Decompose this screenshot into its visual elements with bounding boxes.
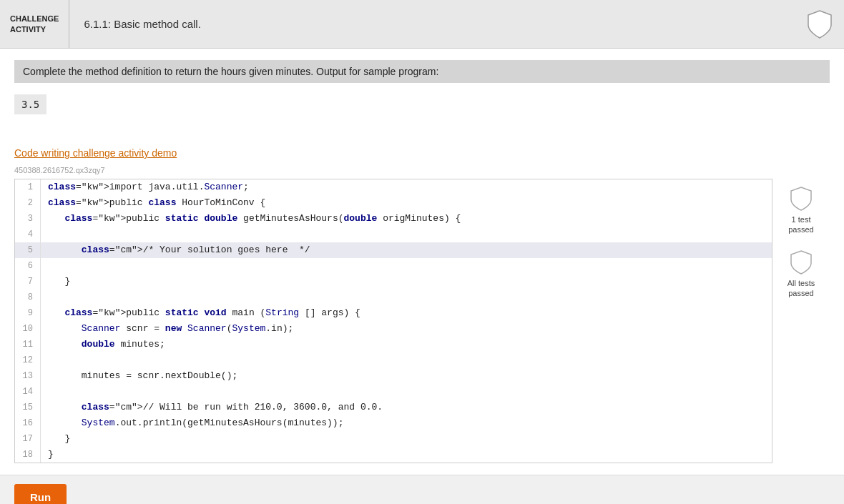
line-number: 4 <box>15 227 41 242</box>
line-number: 18 <box>15 447 41 463</box>
code-area-wrapper: 1class="kw">import java.util.Scanner;2cl… <box>14 179 830 463</box>
line-code[interactable]: Scanner scnr = new Scanner(System.in); <box>41 321 293 337</box>
test-shield-2-icon <box>790 249 813 275</box>
test-shield-1-icon <box>790 186 813 212</box>
line-code[interactable]: } <box>41 274 70 290</box>
line-number: 14 <box>15 384 41 400</box>
line-number: 9 <box>15 305 41 321</box>
instruction-bar: Complete the method definition to return… <box>14 60 830 83</box>
line-code[interactable] <box>41 258 48 274</box>
code-line: 12 <box>15 352 772 368</box>
code-line: 5 class="cm">/* Your solution goes here … <box>15 242 772 258</box>
line-code[interactable] <box>41 384 48 400</box>
header: CHALLENGE ACTIVITY 6.1.1: Basic method c… <box>0 0 844 49</box>
header-badge-area <box>795 0 844 48</box>
code-line: 8 <box>15 290 772 305</box>
file-id: 450388.2616752.qx3zqy7 <box>14 166 830 174</box>
right-panel: 1 testpassed All testspassed <box>772 179 830 298</box>
line-code[interactable]: } <box>41 447 54 463</box>
code-line: 17 } <box>15 431 772 447</box>
main-content: Complete the method definition to return… <box>0 49 844 475</box>
line-code[interactable]: minutes = scnr.nextDouble(); <box>41 368 237 384</box>
output-sample: 3.5 <box>14 94 46 114</box>
header-shield-icon <box>807 9 833 39</box>
line-code[interactable]: class="kw">public static void main (Stri… <box>41 305 360 321</box>
line-code[interactable]: } <box>41 431 70 447</box>
line-number: 16 <box>15 415 41 431</box>
header-title: 6.1.1: Basic method call. <box>69 0 795 48</box>
code-line: 11 double minutes; <box>15 337 772 352</box>
line-number: 7 <box>15 274 41 290</box>
code-line: 4 <box>15 227 772 242</box>
test-badge-2: All testspassed <box>787 249 815 299</box>
line-number: 1 <box>15 179 41 195</box>
line-code[interactable]: double minutes; <box>41 337 165 352</box>
line-number: 15 <box>15 400 41 415</box>
challenge-label: CHALLENGE ACTIVITY <box>10 14 59 34</box>
code-editor[interactable]: 1class="kw">import java.util.Scanner;2cl… <box>14 179 772 463</box>
line-code[interactable] <box>41 290 48 305</box>
line-code[interactable] <box>41 227 48 242</box>
code-line: 10 Scanner scnr = new Scanner(System.in)… <box>15 321 772 337</box>
line-code[interactable]: class="kw">public static double getMinut… <box>41 211 461 227</box>
code-line: 14 <box>15 384 772 400</box>
line-code[interactable]: System.out.println(getMinutesAsHours(min… <box>41 415 343 431</box>
run-button[interactable]: Run <box>14 484 67 504</box>
code-line: 16 System.out.println(getMinutesAsHours(… <box>15 415 772 431</box>
line-code[interactable]: class="kw">public class HourToMinConv { <box>41 195 265 211</box>
line-number: 10 <box>15 321 41 337</box>
line-number: 13 <box>15 368 41 384</box>
line-code[interactable]: class="cm">// Will be run with 210.0, 36… <box>41 400 383 415</box>
line-code[interactable] <box>41 352 48 368</box>
code-line: 7 } <box>15 274 772 290</box>
code-line: 13 minutes = scnr.nextDouble(); <box>15 368 772 384</box>
code-line: 1class="kw">import java.util.Scanner; <box>15 179 772 195</box>
test-badge-1-label: 1 testpassed <box>788 214 813 235</box>
test-badge-2-label: All testspassed <box>787 278 815 299</box>
code-line: 2class="kw">public class HourToMinConv { <box>15 195 772 211</box>
footer: Run <box>0 475 844 504</box>
line-number: 3 <box>15 211 41 227</box>
line-number: 17 <box>15 431 41 447</box>
line-number: 8 <box>15 290 41 305</box>
demo-link[interactable]: Code writing challenge activity demo <box>14 147 830 159</box>
code-line: 18} <box>15 447 772 463</box>
line-code[interactable]: class="kw">import java.util.Scanner; <box>41 179 249 195</box>
line-number: 12 <box>15 352 41 368</box>
line-code[interactable]: class="cm">/* Your solution goes here */ <box>41 242 310 258</box>
line-number: 2 <box>15 195 41 211</box>
instruction-text: Complete the method definition to return… <box>23 66 438 77</box>
code-line: 6 <box>15 258 772 274</box>
test-badge-1: 1 testpassed <box>788 186 813 235</box>
line-number: 5 <box>15 242 41 258</box>
line-number: 11 <box>15 337 41 352</box>
challenge-label-container: CHALLENGE ACTIVITY <box>0 0 69 48</box>
code-line: 9 class="kw">public static void main (St… <box>15 305 772 321</box>
line-number: 6 <box>15 258 41 274</box>
code-line: 3 class="kw">public static double getMin… <box>15 211 772 227</box>
code-line: 15 class="cm">// Will be run with 210.0,… <box>15 400 772 415</box>
